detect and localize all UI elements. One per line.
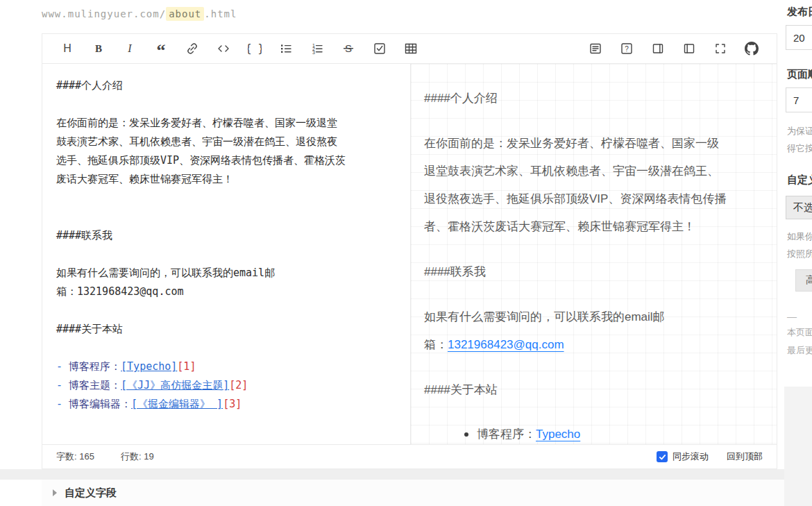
editor-segment-marker: - [56, 379, 69, 391]
editor-segment-link: [Typecho] [121, 360, 177, 373]
custom-template-help: 如果你为此页面选择了一个模板，将按照所选的模板渲染页面 [787, 228, 812, 262]
editor-segment-text: 鼓表演艺术家、耳机依赖患者、宇宙一级潜在鸽王、退役熬夜 [56, 135, 337, 148]
quote-icon[interactable]: “ [154, 42, 168, 56]
link-icon[interactable] [185, 42, 199, 56]
editor-line[interactable]: 在你面前的是：发呆业务爱好者、柠檬吞噬者、国家一级退堂 [56, 114, 396, 133]
table-icon[interactable] [404, 42, 418, 56]
editor-segment-text: 箱：1321968423@qq.com [56, 285, 184, 298]
editor-line[interactable]: - 博客主题：[《JJ》高仿掘金主题][2] [56, 376, 396, 395]
preview-text: 者、霍格沃茨废话大赛冠军、赖床世锦赛冠军得主！ [424, 220, 695, 233]
editor-statusbar: 字数: 165 行数: 19 同步滚动 回到顶部 [42, 444, 777, 469]
editor-line[interactable] [56, 189, 396, 208]
back-to-top-button[interactable]: 回到顶部 [727, 450, 763, 463]
custom-template-label: 自定义模板 [787, 174, 812, 187]
article-icon[interactable] [589, 42, 602, 56]
inline-code-icon[interactable] [217, 42, 230, 56]
sync-scroll-label: 同步滚动 [673, 450, 709, 463]
page-gap-band [0, 469, 812, 480]
editor-segment-link: [《掘金编辑器》 ] [131, 398, 223, 410]
code-block-icon[interactable]: { } [248, 42, 262, 56]
editor-line[interactable] [56, 339, 396, 357]
svg-text:B: B [95, 43, 102, 54]
svg-text:{ }: { } [248, 42, 262, 55]
preview-list: 博客程序：Typecho博客主题：《JJ》高仿掘金主题 [477, 426, 760, 444]
editor-line[interactable]: - 博客编辑器：[《掘金编辑器》 ][3] [56, 395, 396, 414]
ordered-list-icon[interactable]: 123 [310, 42, 324, 56]
sidebar-help-line: 为保证灵活性，页面顺序由数字决定 [787, 122, 812, 140]
sidebar-divider: — [787, 311, 797, 322]
sync-scroll-toggle[interactable]: 同步滚动 [657, 450, 709, 463]
svg-text:I: I [127, 42, 132, 54]
editor-line[interactable]: 箱：1321968423@qq.com [56, 282, 396, 301]
edit-only-icon[interactable] [651, 42, 665, 56]
markdown-source-pane[interactable]: ####个人介绍在你面前的是：发呆业务爱好者、柠檬吞噬者、国家一级退堂鼓表演艺术… [42, 64, 411, 444]
slug-input[interactable]: about [166, 7, 204, 21]
preview-paragraph: ####个人介绍 [424, 85, 760, 112]
italic-icon[interactable]: I [123, 42, 137, 56]
preview-link[interactable]: Typecho [536, 428, 580, 441]
markdown-editor: HBI“{ }123S ? ####个人介绍在你面前的是：发呆业务爱好者、柠檬吞… [42, 33, 777, 469]
editor-line[interactable] [56, 95, 396, 114]
sidebar-meta-line: 本页面 [787, 323, 812, 341]
page-order-label: 页面顺序 [787, 68, 812, 81]
sync-scroll-checkbox-icon[interactable] [657, 451, 668, 462]
editor-segment-label: 博客编辑器： [69, 398, 131, 410]
line-count: 行数: 19 [121, 450, 154, 463]
svg-text:?: ? [625, 45, 629, 53]
strikethrough-icon[interactable]: S [341, 42, 355, 56]
preview-text: 箱： [424, 338, 448, 351]
editor-segment-label: 博客程序： [69, 360, 121, 373]
unordered-list-icon[interactable] [279, 42, 293, 56]
editor-segment-text: ####关于本站 [56, 323, 123, 335]
markdown-preview-pane: ####个人介绍在你面前的是：发呆业务爱好者、柠檬吞噬者、国家一级退堂鼓表演艺术… [411, 64, 777, 444]
permalink-prefix: www.mulingyuer.com/ [42, 8, 166, 19]
preview-paragraph: ####关于本站 [424, 376, 760, 404]
preview-list-item: 博客程序：Typecho [477, 426, 760, 443]
heading-icon[interactable]: H [60, 42, 74, 56]
editor-line[interactable]: 选手、拖延俱乐部顶级VIP、资深网络表情包传播者、霍格沃茨 [56, 151, 396, 170]
editor-line[interactable]: 废话大赛冠军、赖床世锦赛冠军得主！ [56, 170, 396, 189]
editor-line[interactable]: ####关于本站 [56, 320, 396, 339]
editor-line[interactable]: ####个人介绍 [56, 76, 396, 95]
editor-segment-text: 在你面前的是：发呆业务爱好者、柠檬吞噬者、国家一级退堂 [56, 117, 337, 129]
editor-segment-ref: [2] [229, 379, 248, 391]
publish-date-label: 发布日期 [787, 6, 812, 19]
editor-segment-label: 博客主题： [69, 379, 121, 391]
preview-link[interactable]: 1321968423@qq.com [448, 338, 564, 351]
preview-text: 在你面前的是：发呆业务爱好者、柠檬吞噬者、国家一级 [424, 137, 719, 150]
editor-line[interactable] [56, 245, 396, 264]
fullscreen-icon[interactable] [713, 42, 727, 56]
custom-fields-toggle[interactable]: 自定义字段 [42, 480, 791, 506]
editor-line[interactable]: 鼓表演艺术家、耳机依赖患者、宇宙一级潜在鸽王、退役熬夜 [56, 133, 396, 151]
editor-line[interactable] [56, 301, 396, 320]
preview-text: 退堂鼓表演艺术家、耳机依赖患者、宇宙一级潜在鸽王、 [424, 165, 719, 178]
preview-text: 博客程序： [477, 428, 536, 441]
editor-line[interactable]: 如果有什么需要询问的，可以联系我的email邮 [56, 264, 396, 282]
publish-date-input[interactable] [786, 25, 812, 50]
svg-text:“: “ [157, 42, 166, 56]
sidebar-meta: 本页面最后更新 [787, 323, 812, 360]
editor-segment-ref: [3] [223, 398, 242, 410]
custom-fields-title: 自定义字段 [65, 487, 117, 500]
custom-template-select[interactable]: 不选择 [786, 196, 812, 219]
github-icon[interactable] [745, 42, 759, 56]
advanced-options-button[interactable]: 高级选项 [795, 269, 812, 292]
task-list-icon[interactable] [373, 42, 387, 56]
bold-icon[interactable]: B [92, 42, 105, 56]
svg-text:3: 3 [312, 50, 315, 55]
collapse-arrow-icon [53, 489, 57, 496]
word-count: 字数: 165 [56, 450, 94, 463]
preview-text: ####联系我 [424, 265, 486, 278]
editor-line[interactable]: ####联系我 [56, 226, 396, 245]
sidebar-help-line: 按照所选的模板渲染页面 [787, 245, 812, 262]
editor-segment-text: ####个人介绍 [56, 79, 123, 92]
editor-segment-marker: - [56, 398, 69, 410]
editor-line[interactable] [56, 208, 396, 226]
preview-only-icon[interactable] [682, 42, 696, 56]
editor-line[interactable]: - 博客程序：[Typecho][1] [56, 357, 396, 376]
preview-paragraph: 在你面前的是：发呆业务爱好者、柠檬吞噬者、国家一级退堂鼓表演艺术家、耳机依赖患者… [424, 130, 760, 241]
page-order-input[interactable] [786, 87, 812, 112]
editor-segment-text: 如果有什么需要询问的，可以联系我的email邮 [56, 267, 275, 279]
editor-segment-ref: [1] [177, 360, 196, 373]
help-icon[interactable]: ? [620, 42, 634, 56]
